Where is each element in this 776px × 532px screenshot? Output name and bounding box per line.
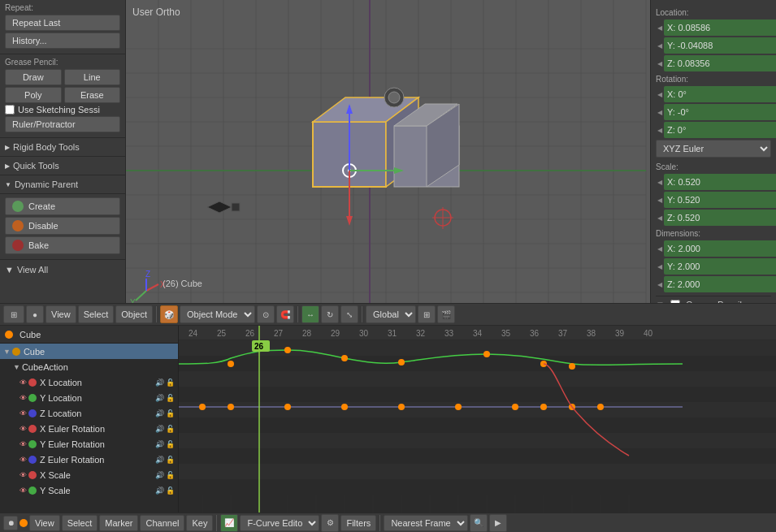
scale-icon[interactable]: ⤡ — [340, 305, 358, 323]
rotate-icon[interactable]: ↻ — [321, 305, 339, 323]
draw-button[interactable]: Draw — [5, 69, 62, 85]
object-mode-select[interactable]: Object Mode — [180, 305, 255, 323]
zoom-icon[interactable]: 🔍 — [470, 514, 488, 532]
filters-icon[interactable]: ⚙ — [321, 514, 339, 532]
x-rot-left-arrow[interactable]: ◀ — [656, 91, 664, 98]
zloc-lock-icon[interactable]: 🔓 — [166, 409, 175, 417]
eye-icon-xrot[interactable]: 👁 — [20, 425, 27, 433]
y-dimension-field[interactable] — [664, 258, 776, 275]
track-y-scale[interactable]: 👁 Y Scale 🔊 🔓 — [0, 482, 178, 498]
z-loc-left-arrow[interactable]: ◀ — [656, 60, 664, 67]
xscale-mute-icon[interactable]: 🔊 — [155, 471, 164, 479]
select-bottom-button[interactable]: Select — [62, 515, 98, 531]
key-button[interactable]: Key — [186, 515, 213, 531]
view-all-item[interactable]: ▼ View All — [0, 260, 125, 279]
x-rotation-field[interactable] — [664, 86, 776, 102]
toolbar-icon-circle[interactable]: ● — [26, 305, 44, 323]
z-dim-left-arrow[interactable]: ◀ — [656, 281, 664, 288]
z-rotation-field[interactable] — [664, 122, 776, 138]
track-y-location[interactable]: 👁 Y Location 🔊 🔓 — [0, 390, 178, 405]
bake-button[interactable]: Bake — [5, 236, 120, 254]
y-rotation-field[interactable] — [664, 104, 776, 120]
timeline-icon-btn[interactable]: ⏺ — [3, 516, 18, 530]
marker-button[interactable]: Marker — [99, 515, 138, 531]
eye-icon-zloc[interactable]: 👁 — [20, 409, 27, 417]
viewport[interactable]: User Ortho — [126, 0, 650, 303]
rigid-body-tools-header[interactable]: ▶ Rigid Body Tools — [0, 138, 125, 157]
history-button[interactable]: History... — [5, 32, 120, 49]
z-dimension-field[interactable] — [664, 276, 776, 292]
view-bottom-button[interactable]: View — [29, 515, 60, 531]
eye-icon-yscale[interactable]: 👁 — [20, 487, 27, 495]
zloc-mute-icon[interactable]: 🔊 — [155, 409, 164, 417]
object-mode-icon[interactable]: 🎲 — [160, 305, 178, 323]
y-scale-left-arrow[interactable]: ◀ — [656, 197, 664, 204]
xscale-lock-icon[interactable]: 🔓 — [166, 471, 175, 479]
xloc-mute-icon[interactable]: 🔊 — [155, 378, 164, 387]
z-location-field[interactable] — [664, 55, 776, 71]
timeline-canvas[interactable]: 24 25 26 27 28 29 30 31 32 33 34 35 36 3… — [179, 326, 776, 513]
cube-action-item[interactable]: ▼ CubeAction — [0, 359, 178, 374]
track-z-euler-rot[interactable]: 👁 Z Euler Rotation 🔊 🔓 — [0, 452, 178, 467]
yrot-lock-icon[interactable]: 🔓 — [166, 440, 175, 448]
filters-button[interactable]: Filters — [340, 515, 376, 531]
fcurve-icon[interactable]: 📈 — [220, 514, 238, 532]
y-dim-left-arrow[interactable]: ◀ — [656, 263, 664, 270]
x-scale-field[interactable] — [664, 174, 776, 190]
nearest-frame-select[interactable]: Nearest Frame — [384, 515, 468, 531]
erase-button[interactable]: Erase — [64, 87, 121, 103]
eye-icon-xscale[interactable]: 👁 — [20, 471, 27, 479]
track-y-euler-rot[interactable]: 👁 Y Euler Rotation 🔊 🔓 — [0, 436, 178, 452]
eye-icon-yrot[interactable]: 👁 — [20, 440, 27, 448]
x-location-field[interactable] — [664, 19, 776, 36]
translate-icon[interactable]: ↔ — [301, 305, 319, 323]
yloc-lock-icon[interactable]: 🔓 — [166, 394, 175, 402]
pivot-icon[interactable]: ⊙ — [257, 305, 275, 323]
track-x-scale[interactable]: 👁 X Scale 🔊 🔓 — [0, 467, 178, 482]
disable-button[interactable]: Disable — [5, 217, 120, 235]
track-x-euler-rot[interactable]: 👁 X Euler Rotation 🔊 🔓 — [0, 421, 178, 436]
select-button[interactable]: Select — [78, 305, 115, 323]
x-loc-left-arrow[interactable]: ◀ — [656, 24, 664, 32]
toolbar-icon-1[interactable]: ⊞ — [3, 305, 24, 323]
track-x-location[interactable]: 👁 X Location 🔊 🔓 — [0, 374, 178, 390]
eye-icon-yloc[interactable]: 👁 — [20, 394, 27, 402]
global-select[interactable]: Global — [366, 305, 416, 323]
ruler-button[interactable]: Ruler/Protractor — [5, 116, 120, 132]
rotation-mode-select[interactable]: XYZ Euler — [656, 140, 771, 158]
object-button[interactable]: Object — [115, 305, 153, 323]
eye-icon-zrot[interactable]: 👁 — [20, 456, 27, 464]
repeat-last-button[interactable]: Repeat Last — [5, 15, 120, 31]
fcurve-select[interactable]: F-Curve Edito — [240, 515, 319, 531]
y-location-field[interactable] — [664, 37, 776, 54]
render-icon[interactable]: 🎬 — [437, 305, 455, 323]
yloc-mute-icon[interactable]: 🔊 — [155, 394, 164, 402]
create-button[interactable]: Create — [5, 197, 120, 215]
xrot-lock-icon[interactable]: 🔓 — [166, 425, 175, 433]
grease-pencil-right-header[interactable]: ▼ Grease Pencil — [656, 296, 771, 303]
channel-button[interactable]: Channel — [140, 515, 184, 531]
xrot-mute-icon[interactable]: 🔊 — [155, 425, 164, 433]
use-sketching-checkbox[interactable] — [5, 105, 15, 115]
view-button[interactable]: View — [46, 305, 76, 323]
line-button[interactable]: Line — [64, 69, 121, 85]
x-scale-left-arrow[interactable]: ◀ — [656, 179, 664, 186]
y-rot-left-arrow[interactable]: ◀ — [656, 109, 664, 116]
yscale-mute-icon[interactable]: 🔊 — [155, 487, 164, 495]
dynamic-parent-header[interactable]: ▼ Dynamic Parent — [0, 175, 125, 194]
snap-icon[interactable]: 🧲 — [276, 305, 294, 323]
y-loc-left-arrow[interactable]: ◀ — [656, 42, 664, 50]
track-z-location[interactable]: 👁 Z Location 🔊 🔓 — [0, 405, 178, 421]
x-dim-left-arrow[interactable]: ◀ — [656, 245, 664, 253]
poly-button[interactable]: Poly — [5, 87, 62, 103]
zrot-mute-icon[interactable]: 🔊 — [155, 456, 164, 464]
xloc-lock-icon[interactable]: 🔓 — [166, 378, 175, 387]
z-rot-left-arrow[interactable]: ◀ — [656, 127, 664, 134]
zrot-lock-icon[interactable]: 🔓 — [166, 456, 175, 464]
y-scale-field[interactable] — [664, 192, 776, 208]
x-dimension-field[interactable] — [664, 240, 776, 257]
layers-icon[interactable]: ⊞ — [418, 305, 436, 323]
cube-tree-item[interactable]: ▼ Cube — [0, 344, 178, 359]
yscale-lock-icon[interactable]: 🔓 — [166, 487, 175, 495]
eye-icon-xloc[interactable]: 👁 — [20, 378, 27, 387]
